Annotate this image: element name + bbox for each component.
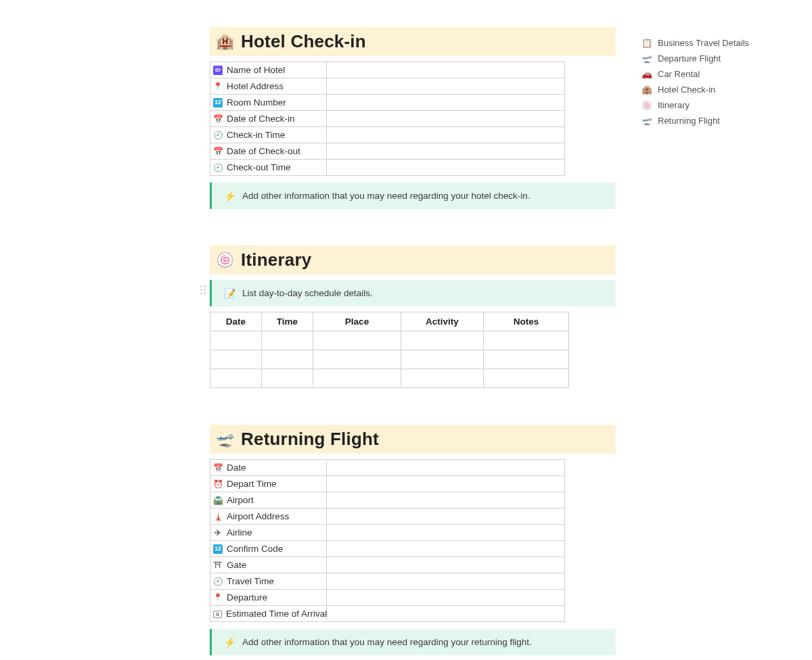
field-type-icon: 📍 [213, 82, 223, 91]
itinerary-cell[interactable] [401, 331, 484, 350]
hotel-field-label: IDName of Hotel [210, 62, 327, 78]
hotel-field-value[interactable] [327, 62, 565, 78]
field-label-text: Hotel Address [227, 81, 284, 91]
itinerary-column-header: Date [210, 312, 262, 331]
itinerary-cell[interactable] [210, 350, 262, 369]
field-label-text: Confirm Code [227, 544, 283, 554]
field-label-text: Name of Hotel [227, 65, 285, 75]
itinerary-cell[interactable] [313, 331, 401, 350]
itinerary-callout[interactable]: 📝 List day-to-day schedule details. [210, 280, 616, 306]
itinerary-cell[interactable] [210, 369, 262, 388]
itinerary-cell[interactable] [262, 369, 313, 388]
field-type-icon: 🕘 [213, 163, 223, 172]
outline-item-label: Business Travel Details [658, 38, 749, 48]
table-row [210, 369, 569, 388]
hotel-field-value[interactable] [327, 95, 565, 111]
hotel-field-label: 📍Hotel Address [210, 78, 327, 95]
returning-field-value[interactable] [327, 476, 565, 492]
field-type-icon: ✈ [213, 528, 223, 538]
outline-item[interactable]: 🛫Departure Flight [641, 51, 784, 66]
returning-field-value[interactable] [327, 573, 565, 590]
table-row: 📅Date of Check-out [210, 143, 565, 160]
itinerary-cell[interactable] [313, 350, 401, 369]
returning-icon: 🛫 [215, 432, 234, 447]
itinerary-cell[interactable] [401, 369, 484, 388]
outline-item-label: Returning Flight [658, 116, 720, 126]
field-type-icon: 🛣️ [213, 496, 223, 505]
field-type-icon: ⛩ [213, 561, 223, 570]
table-row: 12Confirm Code [210, 541, 565, 557]
returning-field-label: 🛣️Airport [210, 492, 327, 509]
itinerary-callout-text: List day-to-day schedule details. [242, 288, 373, 298]
table-row: ✈Airline [210, 525, 565, 541]
field-type-icon: 📅 [213, 114, 223, 124]
itinerary-cell[interactable] [262, 350, 313, 369]
hotel-icon: 🏨 [215, 34, 234, 49]
itinerary-cell[interactable] [210, 331, 262, 350]
field-label-text: Airline [227, 527, 252, 538]
hotel-field-value[interactable] [327, 111, 565, 127]
returning-field-value[interactable] [327, 590, 565, 606]
table-row: ⏰Depart Time [210, 476, 565, 492]
returning-field-value[interactable] [327, 557, 565, 573]
returning-table: 📅Date⏰Depart Time🛣️Airport🗼Airport Addre… [210, 459, 565, 622]
hotel-field-value[interactable] [327, 143, 565, 160]
outline-item-label: Hotel Check-in [658, 85, 715, 95]
itinerary-column-header: Time [262, 312, 313, 331]
itinerary-cell[interactable] [262, 331, 313, 350]
outline-item[interactable]: 🏨Hotel Check-in [641, 82, 784, 97]
hotel-callout[interactable]: ⚡ Add other information that you may nee… [210, 183, 616, 209]
hotel-field-value[interactable] [327, 127, 565, 143]
returning-field-label: ⏰Depart Time [210, 476, 327, 492]
field-label-text: Room Number [227, 97, 286, 108]
itinerary-column-header: Place [313, 312, 401, 331]
hotel-heading: Hotel Check-in [241, 31, 366, 52]
table-row: 🛣️Airport [210, 492, 565, 509]
itinerary-cell[interactable] [313, 369, 401, 388]
field-label-text: Departure [227, 592, 267, 603]
returning-callout-text: Add other information that you may need … [242, 637, 532, 647]
returning-field-value[interactable] [327, 509, 565, 525]
returning-callout[interactable]: ⚡ Add other information that you may nee… [210, 629, 616, 655]
field-type-icon: 12 [213, 544, 223, 554]
table-row: 📍Departure [210, 590, 565, 606]
returning-field-value[interactable] [327, 541, 565, 557]
returning-field-value[interactable] [327, 460, 565, 476]
table-row: 📅Date of Check-in [210, 111, 565, 127]
field-label-text: Date of Check-in [227, 114, 295, 124]
outline-item[interactable]: 🚗Car Rental [641, 66, 784, 82]
field-label-text: Gate [227, 560, 246, 570]
returning-field-value[interactable] [327, 606, 565, 622]
table-row: SEstimated Time of Arrival [210, 606, 565, 622]
section-heading-itinerary: 🍥 Itinerary [210, 245, 616, 275]
hotel-field-value[interactable] [327, 78, 565, 95]
table-row: 12Room Number [210, 95, 565, 111]
drag-handle-icon[interactable] [200, 285, 207, 295]
lightning-icon: ⚡ [224, 638, 235, 647]
returning-field-value[interactable] [327, 525, 565, 541]
itinerary-cell[interactable] [484, 350, 569, 369]
returning-field-label: SEstimated Time of Arrival [210, 606, 327, 622]
hotel-field-label: 🕘Check-out Time [210, 160, 327, 176]
itinerary-cell[interactable] [484, 331, 569, 350]
field-type-icon: ID [213, 66, 223, 75]
outline-item-icon: 🛫 [641, 116, 652, 125]
itinerary-cell[interactable] [401, 350, 484, 369]
outline-item[interactable]: 🛫Returning Flight [641, 113, 784, 128]
outline-item[interactable]: 📋Business Travel Details [641, 35, 784, 51]
itinerary-cell[interactable] [484, 369, 569, 388]
table-row: 🕘Check-out Time [210, 160, 565, 176]
outline-item-icon: 📋 [641, 39, 652, 47]
returning-field-value[interactable] [327, 492, 565, 509]
outline-item-label: Car Rental [658, 69, 700, 79]
outline-item[interactable]: 🍥Itinerary [641, 97, 784, 113]
table-row: 🕘Travel Time [210, 573, 565, 590]
outline-item-icon: 🛫 [641, 54, 652, 63]
table-row: 🗼Airport Address [210, 509, 565, 525]
hotel-field-value[interactable] [327, 160, 565, 176]
table-row [210, 350, 569, 369]
field-label-text: Check-out Time [227, 162, 291, 172]
outline-item-icon: 🍥 [641, 101, 652, 110]
hotel-field-label: 12Room Number [210, 95, 327, 111]
field-label-text: Airport Address [227, 511, 289, 521]
